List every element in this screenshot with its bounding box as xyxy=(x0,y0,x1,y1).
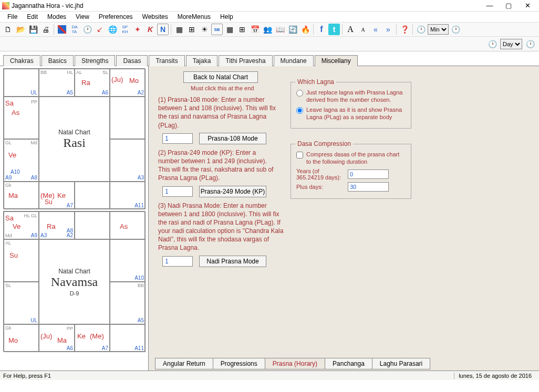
globe-icon[interactable]: 🌐 xyxy=(107,24,118,35)
tab-miscellany[interactable]: Miscellany xyxy=(315,55,358,66)
statusbar: For Help, press F1 lunes, 15 de agosto d… xyxy=(0,370,539,380)
prasna249-input[interactable] xyxy=(162,186,193,197)
bottom-tabs: Angular Return Progressions Prasna (Hora… xyxy=(155,358,430,369)
save-icon[interactable]: 💾 xyxy=(27,24,39,35)
dasa-compression-group: Dasa Compression Compress dasas of the p… xyxy=(291,144,411,199)
data-icon[interactable]: DATA xyxy=(69,24,80,35)
btab-angular[interactable]: Angular Return xyxy=(155,358,213,369)
window-title: Jagannatha Hora - vic.jhd xyxy=(12,2,480,9)
rasi-main: Rasi xyxy=(63,136,86,150)
close-button[interactable]: ✕ xyxy=(518,1,537,11)
prasna249-button[interactable]: Prasna-249 Mode (KP) xyxy=(199,186,266,197)
charts-column: UL BBHLA5 ALSLRaA6 (Ju)MoA2 SaPPAs Natal… xyxy=(0,66,148,370)
prasna108-input[interactable] xyxy=(162,133,193,144)
status-date: lunes, 15 de agosto de 2016 xyxy=(454,373,536,379)
menu-file[interactable]: File xyxy=(3,12,22,22)
maximize-button[interactable]: ▢ xyxy=(499,1,518,11)
menu-help[interactable]: Help xyxy=(216,12,237,22)
compress-label: Compress dasas of the prasna chart to th… xyxy=(306,151,406,166)
twitter-icon[interactable]: t xyxy=(328,24,340,35)
titlebar: Jagannatha Hora - vic.jhd — ▢ ✕ xyxy=(0,0,539,12)
navamsa-title: Natal Chart xyxy=(58,268,90,275)
couple-icon[interactable]: 👥 xyxy=(262,24,273,35)
cal-icon[interactable]: 📅 xyxy=(249,24,261,35)
tab-strengths[interactable]: Strengths xyxy=(75,55,115,66)
tab-chakras[interactable]: Chakras xyxy=(3,55,40,66)
app-icon xyxy=(2,2,9,9)
sync-icon[interactable]: 🔄 xyxy=(287,24,298,35)
time-unit-select[interactable]: Min xyxy=(428,24,449,35)
new-icon[interactable]: 🗋 xyxy=(2,24,14,35)
lagna-opt2-label: Leave lagna as it is and show Prasna Lag… xyxy=(306,106,406,121)
time-back-icon[interactable]: 🕐 xyxy=(415,24,427,35)
top-tabs: Chakras Basics Strengths Dasas Transits … xyxy=(0,54,539,66)
navamsa-sub: D-9 xyxy=(70,290,79,296)
lagna-legend: Which Lagna xyxy=(295,78,336,86)
day-unit-select[interactable]: Day xyxy=(500,39,522,49)
menu-modes[interactable]: Modes xyxy=(43,12,70,22)
btab-progressions[interactable]: Progressions xyxy=(213,358,265,369)
fire-icon[interactable]: 🔥 xyxy=(299,24,311,35)
time-fwd-icon[interactable]: 🕐 xyxy=(450,24,461,35)
star-icon[interactable]: ☀ xyxy=(199,24,210,35)
tab-tithi[interactable]: Tithi Pravesha xyxy=(219,55,272,66)
toolbar-secondary: 🕐 Day 🕐 xyxy=(0,37,539,51)
menu-edit[interactable]: Edit xyxy=(23,12,42,22)
back-to-natal-button[interactable]: Back to Natal Chart xyxy=(183,71,258,83)
tab-transits[interactable]: Transits xyxy=(149,55,184,66)
print-icon[interactable]: 🖨 xyxy=(40,24,51,35)
rasi-chart[interactable]: UL BBHLA5 ALSLRaA6 (Ju)MoA2 SaPPAs Natal… xyxy=(3,68,145,209)
menu-moremenus[interactable]: MoreMenus xyxy=(173,12,215,22)
tab-tajaka[interactable]: Tajaka xyxy=(186,55,218,66)
status-help: For Help, press F1 xyxy=(3,373,51,379)
open-icon[interactable]: 📂 xyxy=(15,24,26,35)
lagna-opt1-radio[interactable] xyxy=(296,90,303,97)
spkh-icon[interactable]: SPKH xyxy=(119,24,131,35)
font-big-icon[interactable]: A xyxy=(345,24,356,35)
facebook-icon[interactable]: f xyxy=(316,24,327,35)
navamsa-chart[interactable]: SaHLGLVeMdA9 RaA8A3A2 As ALSu Natal Char… xyxy=(3,211,145,352)
menu-websites[interactable]: Websites xyxy=(138,12,172,22)
grid2-icon[interactable]: ⊞ xyxy=(186,24,198,35)
tab-basics[interactable]: Basics xyxy=(42,55,74,66)
toolbar: 🗋 📂 💾 🖨 DATA 🕐 ↙ 🌐 SPKH ✦ K N ▦ ⊞ ☀ SB ▦… xyxy=(0,22,539,37)
k-icon[interactable]: K xyxy=(144,24,156,35)
rasi-title: Natal Chart xyxy=(58,129,90,136)
menu-preferences[interactable]: Preferences xyxy=(95,12,137,22)
day-back-icon[interactable]: 🕐 xyxy=(486,38,498,50)
arrow-icon[interactable]: ↙ xyxy=(94,24,106,35)
years-input[interactable] xyxy=(348,169,389,179)
btab-panchanga[interactable]: Panchanga xyxy=(325,358,372,369)
menubar: File Edit Modes View Preferences Website… xyxy=(0,12,539,22)
book-icon[interactable]: 📖 xyxy=(274,24,286,35)
compress-checkbox[interactable] xyxy=(296,152,303,158)
tab-dasas[interactable]: Dasas xyxy=(116,55,148,66)
days-input[interactable] xyxy=(348,182,389,192)
prasna108-button[interactable]: Prasna-108 Mode xyxy=(199,133,266,144)
grid1-icon[interactable]: ▦ xyxy=(173,24,185,35)
help-icon[interactable]: ❓ xyxy=(399,24,410,35)
grid3-icon[interactable]: ⊞ xyxy=(236,24,248,35)
tab-mundane[interactable]: Mundane xyxy=(274,55,314,66)
nadi-button[interactable]: Nadi Prasna Mode xyxy=(199,256,266,267)
minimize-button[interactable]: — xyxy=(480,1,499,11)
wand-icon[interactable]: ✦ xyxy=(132,24,143,35)
font-small-icon[interactable]: A xyxy=(357,24,369,35)
nadi-label: (3) Nadi Prasna Mode: Enter a number bet… xyxy=(158,202,284,252)
menu-view[interactable]: View xyxy=(71,12,94,22)
nadi-input[interactable] xyxy=(162,256,193,267)
box-icon[interactable]: ▦ xyxy=(224,24,235,35)
btab-prasna[interactable]: Prasna (Horary) xyxy=(265,358,325,369)
next-icon[interactable]: » xyxy=(382,24,394,35)
btab-laghu[interactable]: Laghu Parasari xyxy=(372,358,430,369)
sb-icon[interactable]: SB xyxy=(211,24,223,35)
lagna-opt2-radio[interactable] xyxy=(296,107,303,114)
flag-icon[interactable] xyxy=(56,24,68,35)
navamsa-main: Navamsa xyxy=(51,275,98,289)
prev-icon[interactable]: « xyxy=(370,24,381,35)
dasa-legend: Dasa Compression xyxy=(295,140,353,147)
n-icon[interactable]: N xyxy=(157,24,169,35)
clock-icon[interactable]: 🕐 xyxy=(81,24,93,35)
day-fwd-icon[interactable]: 🕐 xyxy=(524,38,536,50)
which-lagna-group: Which Lagna Just replace lagna with Pras… xyxy=(291,82,411,129)
